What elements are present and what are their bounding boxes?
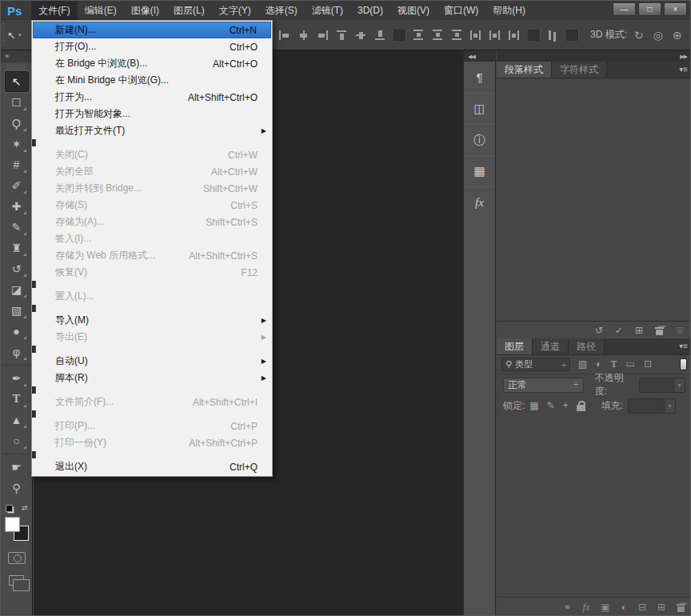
menu-item-export[interactable]: 导出(E) ▶	[32, 329, 272, 346]
default-colors-icon[interactable]	[6, 505, 14, 514]
align-top-edges-button[interactable]	[336, 30, 348, 41]
menu-item-save-as[interactable]: 存储为(A)... Shift+Ctrl+S ▶	[32, 214, 272, 230]
tab-paths[interactable]: 路径	[569, 338, 605, 354]
clone-stamp-tool[interactable]: ♜	[5, 238, 29, 258]
blend-mode-dropdown[interactable]: 正常 ÷	[503, 378, 584, 393]
link-layers-button[interactable]: ⚭	[564, 602, 572, 613]
toolbox-expand-button[interactable]: »	[1, 50, 32, 62]
lock-all-icon[interactable]	[577, 401, 585, 411]
menu-item-open-recent[interactable]: 最近打开文件(T) ▶	[32, 122, 272, 139]
pen-tool[interactable]: ✒	[5, 368, 29, 389]
distribute-horizontal-centers-button[interactable]	[489, 30, 501, 41]
filter-type-layers-icon[interactable]: T	[611, 358, 617, 370]
adjustment-layer-button[interactable]: ◐	[621, 602, 627, 613]
menu-separator[interactable]: ▶	[32, 386, 35, 394]
menu-item-check-in[interactable]: 签入(I)... ▶	[32, 230, 272, 247]
3d-roll-icon[interactable]: ◎	[653, 29, 663, 42]
menu-separator[interactable]: ▶	[32, 451, 35, 458]
lock-pixels-icon[interactable]: ✎	[547, 400, 555, 411]
eyedropper-tool[interactable]: ✐	[5, 175, 29, 196]
separator[interactable]	[566, 30, 578, 41]
ellipse-tool[interactable]: ○	[5, 430, 29, 451]
paragraph-styles-list[interactable]	[497, 78, 691, 321]
swap-colors-icon[interactable]: ⇄	[22, 504, 28, 512]
maximize-button[interactable]: □	[638, 2, 661, 16]
clear-override-button[interactable]: ↺	[595, 325, 603, 336]
menu-item-close-goto-bridge[interactable]: 关闭并转到 Bridge... Shift+Ctrl+W ▶	[32, 180, 272, 197]
align-right-edges-button[interactable]	[317, 30, 329, 41]
zoom-tool[interactable]: ⚲	[5, 478, 29, 498]
menu-file[interactable]: 文件(F)	[31, 1, 77, 20]
layers-list[interactable]	[497, 416, 691, 597]
menu-separator[interactable]: ▶	[32, 305, 35, 312]
close-button[interactable]: ×	[664, 2, 687, 16]
panel-menu-icon[interactable]: ▾≡	[679, 62, 691, 78]
menu-type[interactable]: 文字(Y)	[212, 1, 258, 20]
menu-separator[interactable]: ▶	[32, 410, 35, 418]
new-style-button[interactable]: ⊞	[635, 325, 643, 336]
separator[interactable]	[528, 30, 540, 41]
screen-mode-button[interactable]	[9, 575, 24, 586]
menu-item-automate[interactable]: 自动(U) ▶	[32, 353, 272, 370]
eraser-tool[interactable]: ◪	[5, 279, 29, 300]
menu-image[interactable]: 图像(I)	[124, 1, 166, 20]
tab-channels[interactable]: 通道	[533, 338, 569, 354]
menu-item-file-info[interactable]: 文件简介(F)... Alt+Shift+Ctrl+I ▶	[32, 394, 272, 410]
menu-layer[interactable]: 图层(L)	[166, 1, 212, 20]
toolbox-grip[interactable]	[7, 64, 26, 70]
menu-item-open[interactable]: 打开(O)... Ctrl+O ▶	[32, 38, 272, 55]
menu-item-browse-mini-bridge[interactable]: 在 Mini Bridge 中浏览(G)... ▶	[32, 72, 272, 89]
marquee-tool[interactable]: ☐	[5, 92, 29, 113]
layer-style-button[interactable]: fx	[583, 602, 590, 614]
delete-layer-button[interactable]	[677, 602, 685, 612]
3d-drag-icon[interactable]: ⊕	[673, 29, 682, 42]
minimize-button[interactable]: —	[613, 2, 636, 16]
3d-rotate-icon[interactable]: ↻	[634, 29, 644, 42]
lock-position-icon[interactable]: +	[563, 400, 569, 411]
separator[interactable]	[393, 30, 405, 41]
delete-style-button[interactable]	[655, 326, 664, 335]
tab-paragraph-styles[interactable]: 段落样式	[497, 62, 552, 78]
styles-panel-icon[interactable]: fx	[464, 186, 495, 218]
menu-item-save[interactable]: 存储(S) Ctrl+S ▶	[32, 197, 272, 214]
menu-item-place[interactable]: 置入(L)... ▶	[32, 288, 272, 305]
healing-brush-tool[interactable]: ✚	[5, 196, 29, 217]
align-horizontal-centers-button[interactable]	[298, 30, 310, 41]
redefine-style-button[interactable]: ✓	[615, 325, 623, 336]
filter-shape-layers-icon[interactable]: ▭	[626, 358, 635, 370]
menu-window[interactable]: 窗口(W)	[437, 1, 485, 20]
menu-item-save-for-web[interactable]: 存储为 Web 所用格式... Alt+Shift+Ctrl+S ▶	[32, 247, 272, 264]
brush-tool[interactable]: ✎	[5, 217, 29, 238]
menu-item-print-one-copy[interactable]: 打印一份(Y) Alt+Shift+Ctrl+P ▶	[32, 434, 272, 451]
blur-tool[interactable]: ●	[5, 321, 29, 342]
panel-options-icon[interactable]: ≣	[676, 325, 684, 336]
menu-help[interactable]: 帮助(H)	[485, 1, 533, 20]
menu-item-browse-bridge[interactable]: 在 Bridge 中浏览(B)... Alt+Ctrl+O ▶	[32, 55, 272, 72]
path-selection-tool[interactable]: ▲	[5, 410, 29, 430]
panel-menu-icon[interactable]: ▾≡	[679, 338, 691, 354]
new-group-button[interactable]: ⊟	[638, 602, 646, 613]
filter-pixel-layers-icon[interactable]: ▨	[578, 358, 587, 370]
history-brush-tool[interactable]: ↺	[5, 258, 29, 279]
align-left-edges-button[interactable]	[278, 30, 290, 41]
menu-item-exit[interactable]: 退出(X) Ctrl+Q ▶	[32, 458, 272, 475]
distribute-bottom-edges-button[interactable]	[451, 30, 463, 41]
options-bar-grip[interactable]	[2, 23, 5, 46]
foreground-color-swatch[interactable]	[5, 517, 20, 532]
lock-transparency-icon[interactable]: ▦	[529, 400, 538, 411]
paragraph-panel-icon[interactable]: ¶	[464, 62, 495, 93]
info-panel-icon[interactable]: ⓘ	[464, 124, 495, 155]
align-bottom-edges-button[interactable]	[374, 30, 386, 41]
menu-filter[interactable]: 滤镜(T)	[305, 1, 350, 20]
expand-panels-button[interactable]: ◀◀	[464, 50, 495, 62]
move-tool[interactable]: ↖	[5, 71, 29, 92]
menu-item-close[interactable]: 关闭(C) Ctrl+W ▶	[32, 146, 272, 163]
gradient-tool[interactable]: ▧	[5, 300, 29, 321]
menu-item-close-all[interactable]: 关闭全部 Alt+Ctrl+W ▶	[32, 163, 272, 180]
swatches-panel-icon[interactable]: ▦	[464, 155, 495, 186]
distribute-top-edges-button[interactable]	[413, 30, 425, 41]
menu-item-scripts[interactable]: 脚本(R) ▶	[32, 370, 272, 386]
distribute-right-edges-button[interactable]	[509, 30, 521, 41]
tab-layers[interactable]: 图层	[497, 338, 533, 354]
fill-dropdown[interactable]: ▾	[628, 398, 676, 414]
